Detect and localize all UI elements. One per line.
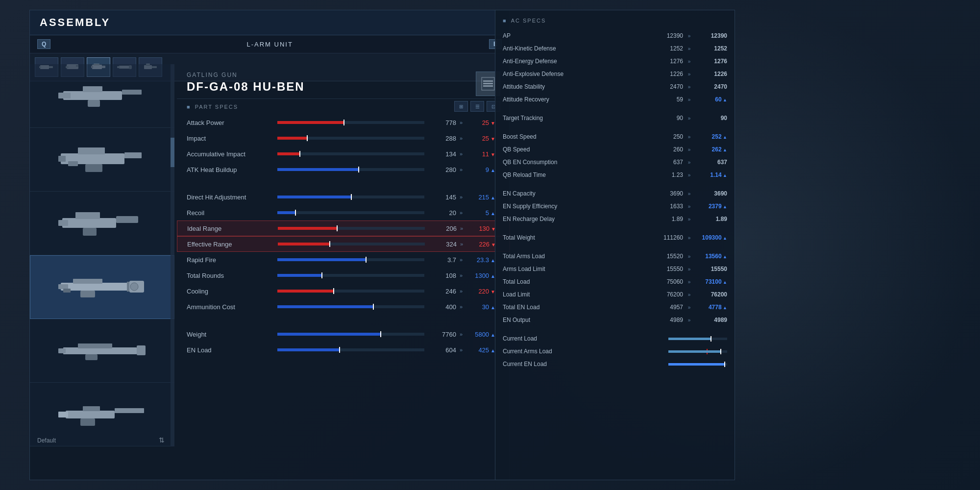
ac-stat-row: Total EN Load4957»4778 ▲ — [503, 301, 727, 314]
ac-stat-new-value: 2379 ▲ — [695, 203, 727, 210]
ac-stat-new-value: 90 — [695, 115, 727, 122]
ac-stat-new-value: 109300 ▲ — [695, 234, 727, 241]
ac-stat-row: QB EN Consumption637»637 — [503, 156, 727, 169]
stat-row: Recoil20»5▲ — [177, 205, 510, 220]
svg-rect-45 — [66, 411, 115, 418]
weapon-image-5 — [53, 331, 151, 370]
stat-row: Accumulative Impact134»11▼ — [177, 146, 510, 162]
ac-stat-name: Total Load — [503, 278, 651, 285]
ac-stat-arrow-icon: » — [683, 59, 695, 64]
stat-value: 7760 — [432, 331, 456, 338]
stat-row: Total Rounds108»1300▲ — [177, 268, 510, 283]
stat-bar — [277, 274, 424, 277]
view-icon-2[interactable]: ☰ — [470, 101, 484, 112]
ac-specs-panel: AC SPECS AP12390»12390Anti-Kinetic Defen… — [495, 10, 735, 480]
ac-stat-row: EN Recharge Delay1.89»1.89 — [503, 213, 727, 225]
svg-rect-55 — [483, 83, 493, 84]
stats-container: Attack Power778»25▼Impact288»25▼Accumula… — [177, 115, 510, 358]
ac-stat-arrow-icon: » — [683, 191, 695, 196]
view-icon-1[interactable]: ⊞ — [454, 101, 468, 112]
stat-bar — [277, 305, 424, 308]
stat-bar — [277, 168, 424, 171]
stat-new-value: 23.3▲ — [466, 256, 495, 264]
ac-stat-value: 1.23 — [651, 172, 683, 178]
stat-bar — [277, 152, 424, 155]
ac-stat-arrow-icon: » — [683, 116, 695, 121]
weapon-image-6 — [53, 395, 151, 434]
ac-stat-arrow-icon: » — [683, 235, 695, 241]
ac-stat-row: Arms Load Limit15550»15550 — [503, 263, 727, 275]
stat-name: Ammunition Cost — [187, 303, 270, 311]
ac-stat-value: 4989 — [651, 317, 683, 323]
sort-icon[interactable]: ⇅ — [159, 436, 165, 444]
svg-rect-17 — [58, 93, 71, 98]
ac-stat-value: 260 — [651, 146, 683, 153]
ac-stat-new-value: 60 ▲ — [695, 96, 727, 103]
weapon-item-1[interactable] — [30, 64, 174, 128]
ac-stat-value: 12390 — [651, 32, 683, 39]
ac-stat-row: AP12390»12390 — [503, 29, 727, 42]
stat-arrow-icon: » — [456, 167, 466, 172]
ac-stat-new-value: 1226 — [695, 71, 727, 77]
weapon-list-scrollbar[interactable] — [171, 64, 174, 446]
ac-stat-value: 1252 — [651, 45, 683, 52]
stat-arrow-icon: » — [456, 151, 466, 157]
ac-stat-new-value: 76200 — [695, 291, 727, 298]
ac-stat-arrow-icon: » — [683, 147, 695, 152]
svg-rect-33 — [58, 284, 68, 289]
stat-value: 400 — [432, 303, 456, 311]
stat-new-value: 5▲ — [466, 209, 495, 217]
weapon-item-5[interactable] — [30, 319, 174, 383]
stat-row: Weight7760»5800▲ — [177, 326, 510, 342]
stat-row: Effective Range324»226▼ — [177, 236, 510, 252]
ac-stat-arrow-icon: » — [683, 254, 695, 259]
load-bar-track — [668, 338, 727, 340]
ac-stat-row: Total Arms Load15520»13560 ▲ — [503, 250, 727, 263]
ac-stat-name: EN Recharge Delay — [503, 216, 651, 222]
svg-rect-43 — [78, 343, 112, 348]
svg-rect-22 — [58, 156, 66, 162]
ac-stat-value: 1276 — [651, 58, 683, 65]
stat-new-value: 215▲ — [466, 194, 495, 201]
stat-value: 108 — [432, 272, 456, 279]
ac-stat-arrow-icon: » — [683, 97, 695, 102]
svg-rect-46 — [58, 412, 68, 417]
stat-arrow-icon: » — [456, 304, 466, 310]
weapon-header: GATLING GUN DF-GA-08 HU-BEN ⊞ ☰ ⊡ — [177, 64, 510, 99]
ac-stat-row: Total Weight111260»109300 ▲ — [503, 231, 727, 244]
weapon-item-3[interactable] — [30, 192, 174, 255]
svg-rect-41 — [58, 348, 66, 353]
svg-rect-23 — [124, 152, 142, 158]
stat-value: 145 — [432, 194, 456, 201]
ac-stat-name: Attitude Stability — [503, 83, 651, 90]
stat-new-value: 220▼ — [466, 288, 495, 295]
page-title: ASSEMBLY — [40, 16, 110, 28]
ac-stat-name: EN Supply Efficiency — [503, 203, 651, 210]
stat-row: EN Load604»425▲ — [177, 342, 510, 358]
weapon-item-2[interactable] — [30, 128, 174, 192]
svg-rect-44 — [85, 354, 98, 360]
weapon-item-4[interactable] — [30, 255, 174, 319]
svg-rect-39 — [63, 289, 71, 293]
stat-value: 778 — [432, 119, 456, 126]
svg-rect-38 — [80, 291, 95, 297]
load-bar-track — [668, 350, 727, 353]
weapon-list: Default ⇅ — [30, 64, 174, 446]
svg-rect-28 — [58, 220, 68, 226]
tab-key-left[interactable]: Q — [37, 39, 50, 49]
svg-rect-24 — [78, 147, 105, 154]
stat-row: Ammunition Cost400»30▲ — [177, 299, 510, 315]
weapon-image-4 — [53, 268, 151, 307]
stat-name: ATK Heat Buildup — [187, 166, 270, 173]
ac-stats-container: AP12390»12390Anti-Kinetic Defense1252»12… — [503, 29, 727, 370]
stat-arrow-icon: » — [456, 288, 466, 294]
stat-bar — [277, 258, 424, 261]
ac-stat-new-value: 15550 — [695, 266, 727, 272]
stat-row: ATK Heat Buildup280»9▲ — [177, 162, 510, 177]
svg-rect-35 — [127, 282, 129, 292]
ac-stat-arrow-icon: » — [683, 33, 695, 39]
ac-stat-row: Attitude Recovery59»60 ▲ — [503, 93, 727, 106]
ac-stat-value: 111260 — [651, 234, 683, 241]
ac-stat-arrow-icon: » — [683, 217, 695, 222]
weapon-name: DF-GA-08 HU-BEN — [187, 80, 500, 94]
